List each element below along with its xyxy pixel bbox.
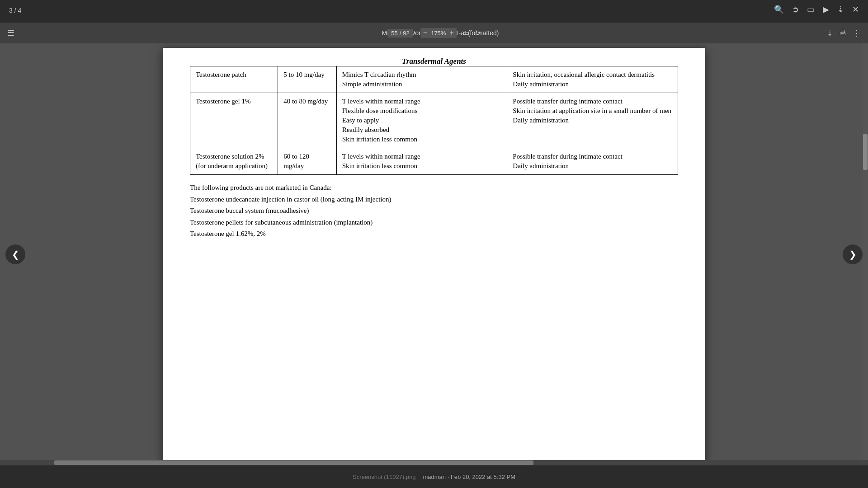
dosage-solution2: 60 to 120 mg/day <box>278 148 336 175</box>
advantages-gel1: T levels within normal rangeFlexible dos… <box>336 93 507 148</box>
toolbar-more-icon[interactable]: ⋮ <box>853 28 861 38</box>
pellets-line: Testosterone pellets for subcutaneous ad… <box>190 219 373 226</box>
buccal-line: Testosterone buccal system (mucoadhesive… <box>190 207 309 214</box>
download-icon[interactable]: ⇣ <box>837 5 844 14</box>
gel162-line: Testosterone gel 1.62%, 2% <box>190 230 266 237</box>
hscrollbar-thumb[interactable] <box>54 460 533 465</box>
bottom-filename: Screenshot (11027).png <box>353 474 415 480</box>
zoom-in-button[interactable]: + <box>449 29 453 37</box>
toolbar-right: ⇣ 🖶 ⋮ <box>827 28 861 38</box>
below-table-text: The following products are not marketed … <box>190 182 678 240</box>
drug-name-patch: Testosterone patch <box>190 66 278 93</box>
left-arrow-icon: ❮ <box>12 249 19 260</box>
close-icon[interactable]: ✕ <box>852 5 859 14</box>
toolbar: ☰ Microsoft Word - 15-0033-1-at (formatt… <box>0 23 868 43</box>
browser-top-bar: 3 / 4 🔍 ➲ ▭ ▶ ⇣ ✕ <box>0 0 868 23</box>
page-input-group: 55 / 92 <box>387 29 413 38</box>
pdf-document: Transdermal Agents Testosterone patch 5 … <box>163 48 705 465</box>
bottom-status-bar: Screenshot (11027).png madman · Feb 20, … <box>0 465 868 488</box>
menu-icon[interactable]: ☰ <box>7 28 14 38</box>
data-table: Testosterone patch 5 to 10 mg/day Mimics… <box>190 66 678 175</box>
top-right-icons: 🔍 ➲ ▭ ▶ ⇣ ✕ <box>774 5 859 14</box>
page-current[interactable]: 55 <box>391 30 397 37</box>
table-row: Testosterone patch 5 to 10 mg/day Mimics… <box>190 66 678 93</box>
not-marketed-line: The following products are not marketed … <box>190 184 332 191</box>
advantages-patch: Mimics T circadian rhythmSimple administ… <box>336 66 507 93</box>
section-heading: Transdermal Agents <box>190 57 678 66</box>
dosage-patch: 5 to 10 mg/day <box>278 66 336 93</box>
bottom-meta: madman · Feb 20, 2022 at 5:32 PM <box>423 474 515 480</box>
toolbar-download-icon[interactable]: ⇣ <box>827 29 833 38</box>
toolbar-center: 55 / 92 − 175% + ▭ ↻ <box>387 28 481 38</box>
toolbar-print-icon[interactable]: 🖶 <box>839 29 846 37</box>
right-arrow-icon: ❯ <box>849 249 857 260</box>
disadvantages-gel1: Possible transfer during intimate contac… <box>507 93 678 148</box>
dosage-gel1: 40 to 80 mg/day <box>278 93 336 148</box>
zoom-out-button[interactable]: − <box>423 29 427 37</box>
undecanoate-line: Testosterone undecanoate injection in ca… <box>190 196 391 203</box>
disadvantages-solution2: Possible transfer during intimate contac… <box>507 148 678 175</box>
scrollbar-thumb[interactable] <box>863 134 868 170</box>
table-row: Testosterone gel 1% 40 to 80 mg/day T le… <box>190 93 678 148</box>
content-area: ❮ Transdermal Agents Testosterone patch … <box>0 43 868 465</box>
prev-page-button[interactable]: ❮ <box>5 244 25 264</box>
fullscreen-icon[interactable]: ▭ <box>807 5 815 14</box>
advantages-solution2: T levels within normal rangeSkin irritat… <box>336 148 507 175</box>
next-page-button[interactable]: ❯ <box>843 244 863 264</box>
history-icon[interactable]: ↻ <box>475 29 481 37</box>
page-total: 92 <box>403 30 409 37</box>
horizontal-scrollbar[interactable] <box>0 460 868 465</box>
open-external-icon[interactable]: ➲ <box>792 5 799 14</box>
table-row: Testosterone solution 2% (for underarm a… <box>190 148 678 175</box>
zoom-value[interactable]: 175% <box>431 30 446 37</box>
play-icon[interactable]: ▶ <box>823 5 829 14</box>
page-counter: 3 / 4 <box>9 7 21 14</box>
drug-name-solution2: Testosterone solution 2% (for underarm a… <box>190 148 278 175</box>
vertical-scrollbar[interactable] <box>863 43 868 465</box>
zoom-fit-icon[interactable]: ▭ <box>463 29 469 37</box>
page-separator: / <box>400 30 401 37</box>
drug-name-gel1: Testosterone gel 1% <box>190 93 278 148</box>
disadvantages-patch: Skin irritation, occasional allergic con… <box>507 66 678 93</box>
zoom-search-icon[interactable]: 🔍 <box>774 5 784 14</box>
zoom-group: − 175% + <box>420 28 457 38</box>
